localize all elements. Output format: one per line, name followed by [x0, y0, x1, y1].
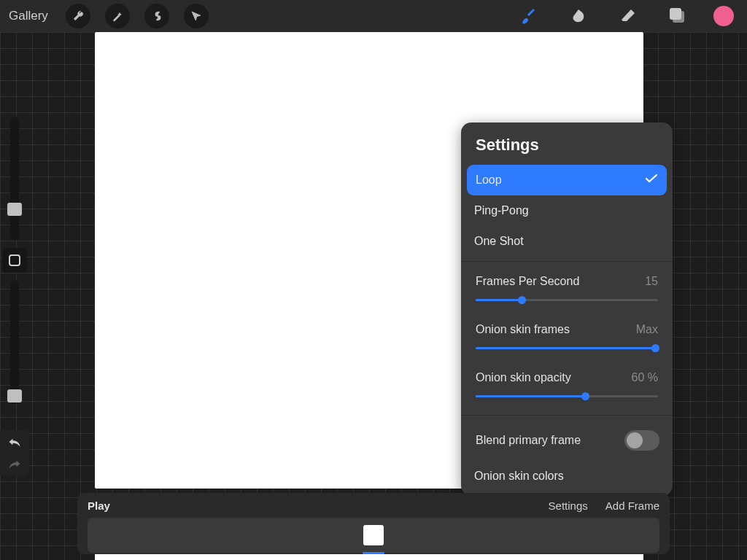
fps-slider[interactable]	[476, 295, 658, 306]
wrench-icon	[71, 9, 85, 23]
loop-label: Loop	[476, 174, 502, 187]
adjustments-wand-button[interactable]	[105, 4, 130, 28]
undo-redo-panel	[0, 430, 29, 475]
eraser-icon	[619, 7, 637, 25]
eraser-tool-button[interactable]	[611, 0, 645, 32]
settings-title: Settings	[461, 122, 673, 165]
playback-option-oneshot[interactable]: One Shot	[461, 226, 673, 257]
onion-opacity-label: Onion skin opacity	[476, 371, 571, 384]
s-ribbon-icon	[150, 9, 163, 23]
animation-settings-popover: Settings Loop Ping-Pong One Shot Frames …	[461, 122, 673, 496]
fps-label: Frames Per Second	[476, 275, 579, 288]
smudge-icon	[570, 7, 587, 25]
actions-wrench-button[interactable]	[66, 4, 90, 28]
oneshot-label: One Shot	[474, 235, 524, 248]
cursor-arrow-icon	[190, 9, 203, 23]
onion-frames-slider-row: Onion skin frames Max	[461, 314, 673, 362]
smudge-tool-button[interactable]	[562, 0, 595, 32]
blend-primary-label: Blend primary frame	[476, 434, 581, 447]
play-button[interactable]: Play	[88, 499, 110, 512]
animation-timeline-bar: Play Settings Add Frame	[77, 493, 670, 554]
fps-slider-row: Frames Per Second 15	[461, 266, 673, 314]
onion-skin-colors-row[interactable]: Onion skin colors	[461, 461, 673, 496]
brush-size-slider[interactable]	[10, 117, 19, 241]
popover-tail	[572, 477, 592, 489]
transform-arrow-button[interactable]	[184, 4, 209, 28]
brush-opacity-slider[interactable]	[10, 280, 19, 404]
brush-tool-button[interactable]	[512, 0, 546, 32]
magic-wand-icon	[111, 9, 124, 23]
layers-button[interactable]	[661, 0, 694, 32]
layers-icon	[670, 8, 686, 24]
brush-opacity-thumb[interactable]	[7, 389, 22, 402]
square-outline-icon	[9, 254, 20, 266]
canvas-peek-bottom	[95, 554, 643, 560]
blend-primary-row: Blend primary frame	[461, 420, 673, 461]
top-toolbar: Gallery	[0, 0, 747, 32]
pingpong-label: Ping-Pong	[474, 204, 529, 217]
add-frame-button[interactable]: Add Frame	[605, 499, 659, 512]
brush-icon	[520, 7, 538, 25]
onion-frames-label: Onion skin frames	[476, 323, 570, 336]
blend-primary-toggle[interactable]	[624, 430, 659, 451]
modify-button[interactable]	[2, 248, 27, 273]
fps-value: 15	[645, 275, 658, 288]
onion-opacity-slider-row: Onion skin opacity 60 %	[461, 362, 673, 411]
onion-frames-slider[interactable]	[476, 343, 658, 354]
playback-option-loop[interactable]: Loop	[467, 165, 667, 195]
timeline-track[interactable]	[88, 518, 659, 553]
gallery-button[interactable]: Gallery	[6, 6, 55, 26]
frame-thumbnail[interactable]	[363, 525, 384, 545]
onion-opacity-value: 60 %	[632, 371, 658, 384]
color-swatch-button[interactable]	[713, 6, 734, 26]
divider	[461, 415, 673, 416]
playback-option-pingpong[interactable]: Ping-Pong	[461, 195, 673, 226]
divider	[461, 261, 673, 262]
selection-button[interactable]	[144, 4, 169, 28]
timeline-settings-button[interactable]: Settings	[549, 499, 588, 512]
redo-icon[interactable]	[7, 458, 22, 470]
onion-opacity-slider[interactable]	[476, 392, 658, 402]
onion-frames-value: Max	[636, 323, 658, 336]
undo-icon[interactable]	[7, 436, 22, 448]
checkmark-icon	[645, 174, 658, 187]
brush-size-thumb[interactable]	[7, 203, 22, 216]
onion-colors-label: Onion skin colors	[474, 470, 564, 483]
side-sliders-panel	[0, 117, 29, 404]
